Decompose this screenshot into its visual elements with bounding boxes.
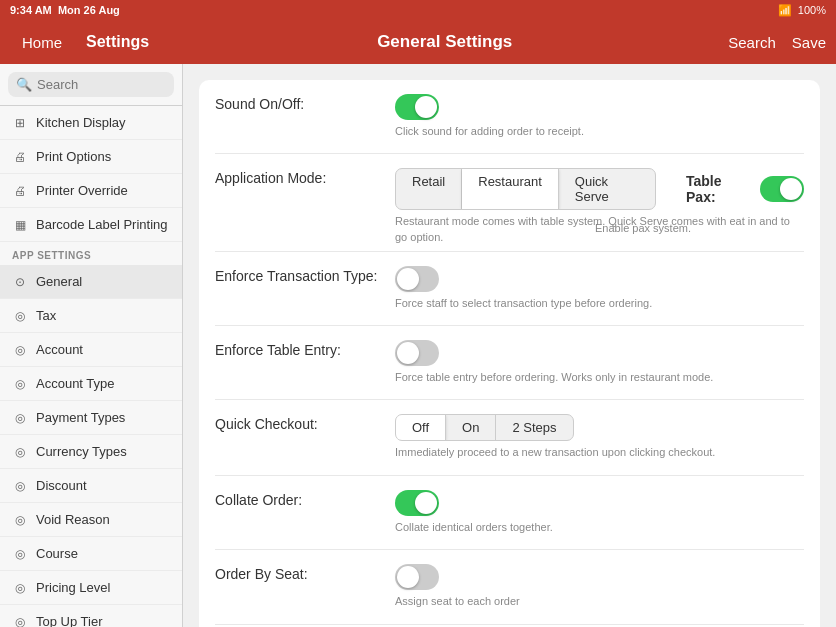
account-type-icon: ◎ xyxy=(12,377,28,391)
sidebar-item-label: General xyxy=(36,274,82,289)
barcode-icon: ▦ xyxy=(12,218,28,232)
pricing-level-icon: ◎ xyxy=(12,581,28,595)
sidebar-item-payment-types[interactable]: ◎ Payment Types xyxy=(0,401,182,435)
sidebar-item-label: Discount xyxy=(36,478,87,493)
enforce-transaction-content: Force staff to select transaction type b… xyxy=(395,266,804,311)
sidebar-item-label: Top Up Tier xyxy=(36,614,102,627)
enforce-table-row: Enforce Table Entry: Force table entry b… xyxy=(215,326,804,400)
status-bar: 9:34 AM Mon 26 Aug 📶 100% xyxy=(0,0,836,20)
enforce-transaction-desc: Force staff to select transaction type b… xyxy=(395,296,804,311)
sidebar-item-account[interactable]: ◎ Account xyxy=(0,333,182,367)
sidebar-item-label: Print Options xyxy=(36,149,111,164)
enforce-table-content: Force table entry before ordering. Works… xyxy=(395,340,804,385)
account-icon: ◎ xyxy=(12,343,28,357)
tax-icon: ◎ xyxy=(12,309,28,323)
order-by-seat-label: Order By Seat: xyxy=(215,564,395,582)
course-icon: ◎ xyxy=(12,547,28,561)
table-pax-desc: Enable pax system. xyxy=(595,221,804,236)
sidebar-item-currency-types[interactable]: ◎ Currency Types xyxy=(0,435,182,469)
search-nav-button[interactable]: Search xyxy=(728,34,776,51)
collate-order-row: Collate Order: Collate identical orders … xyxy=(215,476,804,550)
restaurant-option[interactable]: Restaurant xyxy=(462,169,559,209)
sidebar-item-account-type[interactable]: ◎ Account Type xyxy=(0,367,182,401)
sidebar-item-label: Account xyxy=(36,342,83,357)
sidebar-item-top-up-tier[interactable]: ◎ Top Up Tier xyxy=(0,605,182,627)
printer-override-icon: 🖨 xyxy=(12,184,28,198)
sidebar-item-barcode-label[interactable]: ▦ Barcode Label Printing xyxy=(0,208,182,242)
collate-order-toggle[interactable] xyxy=(395,490,439,516)
status-time: 9:34 AM Mon 26 Aug xyxy=(10,4,120,16)
quick-checkout-desc: Immediately proceed to a new transaction… xyxy=(395,445,804,460)
quick-serve-option[interactable]: Quick Serve xyxy=(559,169,655,209)
status-indicators: 📶 100% xyxy=(778,4,826,17)
home-button[interactable]: Home xyxy=(10,34,74,51)
content-area: Sound On/Off: Click sound for adding ord… xyxy=(183,64,836,627)
checkout-2steps-option[interactable]: 2 Steps xyxy=(496,415,572,440)
sidebar-item-label: Tax xyxy=(36,308,56,323)
sidebar-item-label: Printer Override xyxy=(36,183,128,198)
page-title: General Settings xyxy=(161,32,728,52)
app-mode-content: Retail Restaurant Quick Serve Table Pax:… xyxy=(395,168,804,236)
wifi-icon: 📶 xyxy=(778,4,792,17)
search-input[interactable] xyxy=(37,77,166,92)
print-options-icon: 🖨 xyxy=(12,150,28,164)
kitchen-display-icon: ⊞ xyxy=(12,116,28,130)
quick-checkout-row: Quick Checkout: Off On 2 Steps Immediate… xyxy=(215,400,804,475)
order-by-seat-toggle[interactable] xyxy=(395,564,439,590)
table-pax-label: Table Pax: xyxy=(686,173,752,205)
sidebar-item-label: Pricing Level xyxy=(36,580,110,595)
void-reason-icon: ◎ xyxy=(12,513,28,527)
settings-nav-label: Settings xyxy=(74,33,161,51)
table-pax-section: Table Pax: xyxy=(686,173,804,205)
sound-toggle[interactable] xyxy=(395,94,439,120)
sidebar-item-discount[interactable]: ◎ Discount xyxy=(0,469,182,503)
retail-option[interactable]: Retail xyxy=(396,169,462,209)
sidebar-item-void-reason[interactable]: ◎ Void Reason xyxy=(0,503,182,537)
sidebar-item-course[interactable]: ◎ Course xyxy=(0,537,182,571)
enforce-transaction-label: Enforce Transaction Type: xyxy=(215,266,395,284)
sidebar-item-print-options[interactable]: 🖨 Print Options xyxy=(0,140,182,174)
app-mode-label: Application Mode: xyxy=(215,168,395,186)
app-mode-segmented: Retail Restaurant Quick Serve xyxy=(395,168,656,210)
sidebar-item-pricing-level[interactable]: ◎ Pricing Level xyxy=(0,571,182,605)
order-by-seat-row: Order By Seat: Assign seat to each order xyxy=(215,550,804,624)
collate-order-desc: Collate identical orders together. xyxy=(395,520,804,535)
quick-checkout-label: Quick Checkout: xyxy=(215,414,395,432)
nav-actions: Search Save xyxy=(728,34,826,51)
collate-order-content: Collate identical orders together. xyxy=(395,490,804,535)
app-settings-label: APP SETTINGS xyxy=(0,242,182,265)
sound-desc: Click sound for adding order to receipt. xyxy=(395,124,804,139)
sidebar-item-kitchen-display[interactable]: ⊞ Kitchen Display xyxy=(0,106,182,140)
order-by-seat-desc: Assign seat to each order xyxy=(395,594,804,609)
sidebar-item-label: Course xyxy=(36,546,78,561)
search-icon: 🔍 xyxy=(16,77,32,92)
sidebar-item-tax[interactable]: ◎ Tax xyxy=(0,299,182,333)
enforce-table-label: Enforce Table Entry: xyxy=(215,340,395,358)
collate-order-label: Collate Order: xyxy=(215,490,395,508)
quick-checkout-content: Off On 2 Steps Immediately proceed to a … xyxy=(395,414,804,460)
sidebar-item-general[interactable]: ⊙ General xyxy=(0,265,182,299)
sound-content: Click sound for adding order to receipt. xyxy=(395,94,804,139)
sidebar-item-label: Account Type xyxy=(36,376,115,391)
sidebar-item-label: Void Reason xyxy=(36,512,110,527)
sidebar-item-label: Barcode Label Printing xyxy=(36,217,168,232)
checkout-on-option[interactable]: On xyxy=(446,415,496,440)
app-mode-controls: Retail Restaurant Quick Serve Table Pax: xyxy=(395,168,804,210)
app-mode-row: Application Mode: Retail Restaurant Quic… xyxy=(215,154,804,251)
table-pax-toggle[interactable] xyxy=(760,176,804,202)
enforce-table-toggle[interactable] xyxy=(395,340,439,366)
payment-types-icon: ◎ xyxy=(12,411,28,425)
enforce-transaction-toggle[interactable] xyxy=(395,266,439,292)
top-nav: Home Settings General Settings Search Sa… xyxy=(0,20,836,64)
sidebar-item-printer-override[interactable]: 🖨 Printer Override xyxy=(0,174,182,208)
checkout-off-option[interactable]: Off xyxy=(396,415,446,440)
sidebar-item-label: Currency Types xyxy=(36,444,127,459)
search-box: 🔍 xyxy=(8,72,174,97)
battery-icon: 100% xyxy=(798,4,826,16)
sidebar-item-label: Payment Types xyxy=(36,410,125,425)
enforce-transaction-row: Enforce Transaction Type: Force staff to… xyxy=(215,252,804,326)
save-button[interactable]: Save xyxy=(792,34,826,51)
sound-label: Sound On/Off: xyxy=(215,94,395,112)
sound-row: Sound On/Off: Click sound for adding ord… xyxy=(215,80,804,154)
discount-icon: ◎ xyxy=(12,479,28,493)
